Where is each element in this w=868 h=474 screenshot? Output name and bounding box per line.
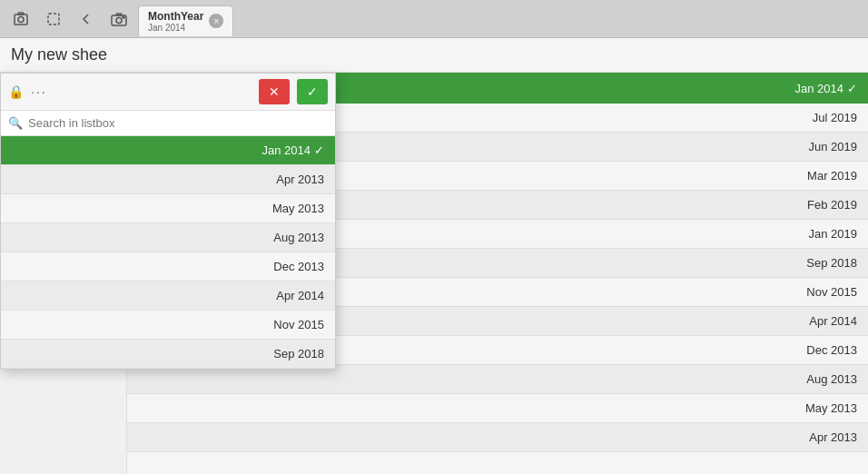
svg-point-7 bbox=[123, 16, 124, 18]
listbox-item[interactable]: Sep 2018 bbox=[1, 340, 335, 369]
more-icon[interactable]: ··· bbox=[31, 84, 47, 99]
sheet-header: My new shee bbox=[0, 38, 868, 73]
listbox-item[interactable]: Jan 2014 ✓ bbox=[1, 136, 335, 165]
search-bar: 🔍 bbox=[1, 111, 335, 136]
back-icon[interactable] bbox=[73, 5, 100, 33]
table-row[interactable]: Apr 2013 bbox=[127, 423, 868, 452]
svg-rect-3 bbox=[48, 14, 59, 25]
listbox-item[interactable]: Aug 2013 bbox=[1, 223, 335, 252]
listbox-item[interactable]: Apr 2014 bbox=[1, 281, 335, 311]
tab-title: MonthYear bbox=[148, 10, 203, 23]
svg-point-5 bbox=[116, 17, 122, 23]
listbox: Jan 2014 ✓Apr 2013May 2013Aug 2013Dec 20… bbox=[1, 136, 335, 369]
header-check: ✓ bbox=[847, 82, 857, 95]
popup-toolbar: 🔒 ··· ✕ ✓ bbox=[1, 74, 335, 111]
selected-check: ✓ bbox=[314, 143, 324, 157]
top-bar: MonthYear Jan 2014 × bbox=[0, 0, 868, 38]
table-row[interactable]: May 2013 bbox=[127, 394, 868, 423]
tab-close-button[interactable]: × bbox=[209, 14, 223, 28]
camera-icon[interactable] bbox=[105, 5, 133, 33]
lock-icon: 🔒 bbox=[8, 84, 24, 99]
table-header-value: Jan 2014 bbox=[795, 82, 844, 95]
listbox-item[interactable]: Dec 2013 bbox=[1, 252, 335, 281]
main-content: 🔍 MonthYear Jan 2014 ✓ Jul 2019Jun 2019M… bbox=[0, 73, 868, 474]
cancel-button[interactable]: ✕ bbox=[259, 79, 290, 104]
svg-rect-2 bbox=[18, 13, 24, 15]
capture-icon[interactable] bbox=[7, 5, 35, 33]
tab-subtitle: Jan 2014 bbox=[148, 23, 203, 33]
listbox-item[interactable]: Apr 2013 bbox=[1, 165, 335, 194]
svg-rect-6 bbox=[116, 14, 122, 15]
region-icon[interactable] bbox=[40, 5, 67, 33]
dropdown-popup: 🔒 ··· ✕ ✓ 🔍 Jan 2014 ✓Apr 2013May 2013Au… bbox=[0, 73, 336, 370]
page-title: My new shee bbox=[11, 45, 107, 64]
svg-rect-0 bbox=[15, 15, 27, 25]
month-year-tab[interactable]: MonthYear Jan 2014 × bbox=[138, 5, 233, 36]
search-input[interactable] bbox=[28, 116, 328, 130]
listbox-item[interactable]: Nov 2015 bbox=[1, 311, 335, 340]
listbox-item[interactable]: May 2013 bbox=[1, 194, 335, 223]
svg-point-1 bbox=[18, 16, 24, 22]
confirm-button[interactable]: ✓ bbox=[297, 79, 328, 104]
search-icon-popup: 🔍 bbox=[8, 116, 23, 130]
